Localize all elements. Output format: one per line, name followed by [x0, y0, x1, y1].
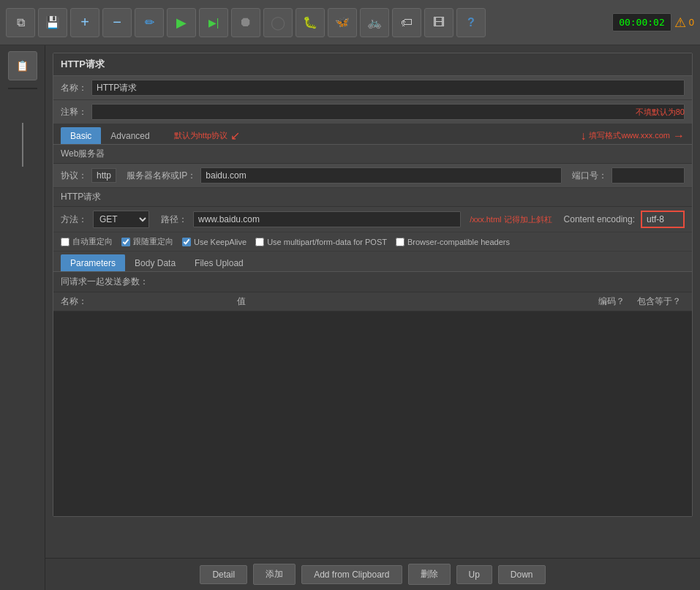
- add-button[interactable]: +: [70, 8, 99, 37]
- sidebar-divider: [8, 88, 37, 89]
- follow-redirect-checkbox[interactable]: 跟随重定向: [121, 236, 173, 247]
- stop-button[interactable]: ⏺: [231, 8, 260, 37]
- server-label: 服务器名称或IP：: [127, 170, 196, 182]
- params-body: [53, 311, 692, 516]
- comment-label: 注释：: [61, 106, 87, 118]
- keep-alive-label: Use KeepAlive: [194, 238, 246, 246]
- tab-parameters[interactable]: Parameters: [61, 254, 125, 271]
- save-button[interactable]: 💾: [38, 8, 67, 37]
- follow-redirect-label: 跟随重定向: [133, 236, 173, 247]
- warning-count: 0: [689, 17, 694, 28]
- http-request-panel: HTTP请求 名称： 注释： 不填默认为80 Basic Advanced 默认…: [53, 53, 693, 517]
- col-value-header: 值: [237, 295, 590, 308]
- up-button[interactable]: Up: [456, 565, 492, 584]
- encoding-input[interactable]: [641, 211, 685, 228]
- protocol-value: http: [91, 168, 116, 183]
- protocol-annotation: 默认为http协议: [174, 130, 227, 141]
- port-label: 端口号：: [572, 170, 607, 182]
- add-clipboard-button[interactable]: Add from Clipboard: [301, 565, 402, 584]
- server-input[interactable]: [200, 167, 562, 184]
- tab-advanced[interactable]: Advanced: [101, 127, 159, 144]
- name-label: 名称：: [61, 82, 87, 94]
- toolbar: ⧉ 💾 + − ✏ ▶ ▶| ⏺ ◯ 🐛 🦋 🚲 🏷 🎞 ? 00:00:02 …: [0, 0, 700, 45]
- name-input[interactable]: [91, 80, 685, 96]
- add-param-button[interactable]: 添加: [253, 564, 296, 585]
- remove-button[interactable]: −: [102, 8, 132, 37]
- port-annotation: 不填默认为80: [636, 107, 685, 118]
- play2-button[interactable]: ▶|: [199, 8, 228, 37]
- name-row: 名称：: [53, 76, 692, 100]
- bug2-button[interactable]: 🦋: [328, 8, 357, 37]
- col-name-header: 名称：: [61, 295, 237, 308]
- comment-input[interactable]: [91, 104, 685, 120]
- browser-headers-input[interactable]: [396, 238, 404, 246]
- auto-redirect-input[interactable]: [61, 238, 69, 246]
- delete-button[interactable]: 删除: [408, 564, 451, 585]
- copy-button[interactable]: ⧉: [6, 8, 35, 37]
- sidebar-icon-1[interactable]: 📋: [8, 51, 37, 80]
- browser-headers-checkbox[interactable]: Browser-compatible headers: [396, 238, 510, 246]
- tag-button[interactable]: 🏷: [392, 8, 421, 37]
- protocol-label: 协议：: [61, 170, 87, 182]
- timer-display: 00:00:02: [612, 13, 671, 31]
- bottom-bar: Detail 添加 Add from Clipboard 删除 Up Down: [45, 558, 700, 590]
- circle-button[interactable]: ◯: [263, 8, 293, 37]
- down-button[interactable]: Down: [498, 565, 546, 584]
- tab-body-data[interactable]: Body Data: [125, 254, 185, 271]
- tab-files-upload[interactable]: Files Upload: [185, 254, 253, 271]
- http-request-section: HTTP请求: [53, 188, 692, 207]
- path-label: 路径：: [161, 213, 187, 226]
- main-tabs-bar: Basic Advanced 默认为http协议 ↙ ↓ 填写格式www.xxx…: [53, 124, 692, 145]
- multipart-checkbox[interactable]: Use multipart/form-data for POST: [255, 238, 387, 246]
- params-header-text: 同请求一起发送参数：: [61, 276, 148, 288]
- auto-redirect-label: 自动重定向: [72, 236, 113, 247]
- sidebar-collapse[interactable]: [18, 123, 28, 167]
- detail-button[interactable]: Detail: [200, 565, 247, 584]
- web-server-section: Web服务器: [53, 145, 692, 164]
- help-button[interactable]: ?: [456, 8, 486, 37]
- inner-tabs-bar: Parameters Body Data Files Upload: [53, 251, 692, 272]
- params-header: 同请求一起发送参数：: [53, 272, 692, 292]
- params-columns: 名称： 值 编码？ 包含等于？: [53, 292, 692, 311]
- checkboxes-row: 自动重定向 跟随重定向 Use KeepAlive Use multipart/…: [53, 232, 692, 251]
- keep-alive-input[interactable]: [182, 238, 191, 246]
- warning-display: ⚠ 0: [674, 15, 694, 31]
- bug-button[interactable]: 🐛: [296, 8, 325, 37]
- sidebar: 📋: [0, 45, 45, 590]
- method-label: 方法：: [61, 213, 87, 226]
- auto-redirect-checkbox[interactable]: 自动重定向: [61, 236, 113, 247]
- path-input[interactable]: [193, 211, 461, 227]
- port-input[interactable]: [611, 167, 685, 184]
- server-annotation: 填写格式www.xxx.com: [589, 130, 670, 141]
- bike-button[interactable]: 🚲: [360, 8, 389, 37]
- multipart-label: Use multipart/form-data for POST: [267, 238, 387, 246]
- server-row: 协议： http 服务器名称或IP： 端口号：: [53, 164, 692, 188]
- method-row: 方法： GET POST PUT DELETE HEAD 路径： /xxx.ht…: [53, 207, 692, 232]
- play-button[interactable]: ▶: [167, 8, 196, 37]
- col-encode-header: 编码？: [590, 295, 633, 308]
- method-select[interactable]: GET POST PUT DELETE HEAD: [93, 211, 149, 228]
- follow-redirect-input[interactable]: [121, 238, 130, 246]
- panel-title: HTTP请求: [53, 53, 692, 76]
- content-area: HTTP请求 名称： 注释： 不填默认为80 Basic Advanced 默认…: [45, 45, 700, 590]
- path-annotation: /xxx.html 记得加上斜杠: [470, 214, 552, 225]
- magic-button[interactable]: ✏: [135, 8, 164, 37]
- encoding-label: Content encoding:: [564, 214, 635, 224]
- multipart-input[interactable]: [255, 238, 264, 246]
- film-button[interactable]: 🎞: [424, 8, 454, 37]
- col-contains-header: 包含等于？: [633, 295, 685, 308]
- comment-row: 注释： 不填默认为80: [53, 100, 692, 124]
- browser-headers-label: Browser-compatible headers: [407, 238, 510, 246]
- keep-alive-checkbox[interactable]: Use KeepAlive: [182, 238, 246, 246]
- tab-basic[interactable]: Basic: [61, 127, 101, 144]
